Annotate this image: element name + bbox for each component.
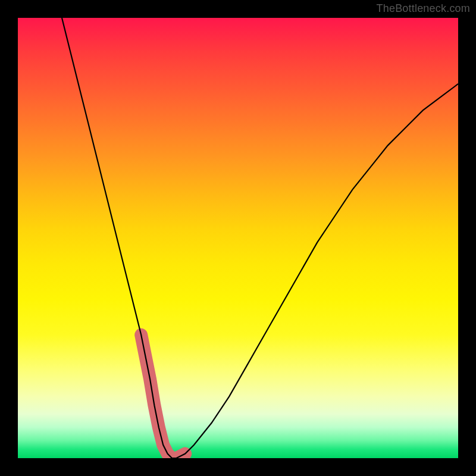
- bottleneck-curve: [62, 18, 458, 458]
- watermark-text: TheBottleneck.com: [377, 2, 470, 15]
- plot-area: [18, 18, 458, 458]
- chart-svg: [18, 18, 458, 458]
- highlight-segment: [141, 335, 185, 458]
